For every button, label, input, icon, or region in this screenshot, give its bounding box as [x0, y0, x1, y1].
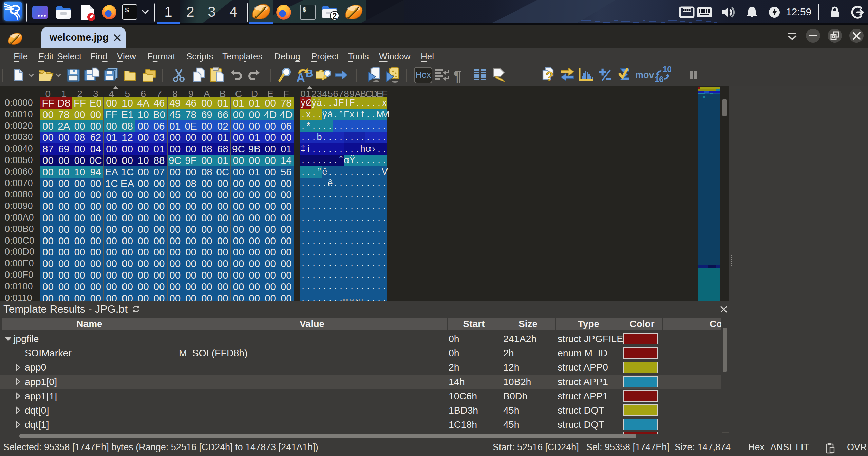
svg-text:?: ? [546, 69, 553, 83]
svg-text:2: 2 [332, 11, 337, 20]
svg-text:10: 10 [663, 66, 671, 74]
svg-text:16: 16 [655, 75, 664, 83]
